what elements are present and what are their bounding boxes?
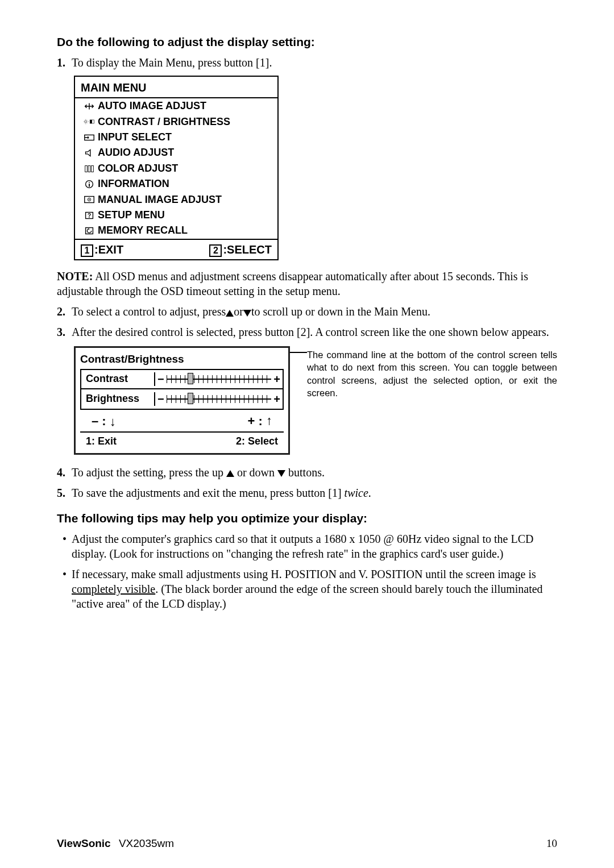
cb-select: 2: Select	[236, 435, 278, 448]
svg-point-0	[85, 121, 87, 123]
osd-item-contrast-brightness: CONTRAST / BRIGHTNESS	[75, 114, 277, 130]
step-5: 5. To save the adjustments and exit the …	[57, 485, 557, 500]
manual-image-icon	[81, 194, 98, 205]
svg-point-8	[89, 182, 90, 183]
step-number: 5.	[57, 485, 72, 500]
text: or	[234, 305, 243, 318]
plus-icon: +	[273, 372, 280, 387]
note-paragraph: NOTE: All OSD menus and adjustment scree…	[57, 269, 557, 298]
step-2: 2. To select a control to adjust, presso…	[57, 304, 557, 319]
text: To adjust the setting, press the up	[72, 466, 226, 479]
step-3: 3. After the desired control is selected…	[57, 325, 557, 339]
text: .	[368, 487, 371, 499]
note-body: All OSD menus and adjustment screens dis…	[57, 270, 528, 297]
key-1-icon: 1	[81, 244, 93, 257]
osd-item-label: AUDIO ADJUST	[98, 146, 174, 159]
osd-item-label: INFORMATION	[98, 177, 169, 190]
key-2-icon: 2	[209, 244, 222, 257]
cb-heading: Contrast/Brightness	[80, 352, 284, 367]
triangle-up-icon	[226, 310, 234, 317]
cb-controls: – : ↓ + : ↑	[80, 410, 284, 430]
osd-select-label: :SELECT	[223, 243, 272, 256]
audio-icon	[81, 148, 98, 158]
contrast-brightness-panel: Contrast/Brightness Contrast − + Brightn…	[74, 346, 290, 455]
plus-icon: +	[273, 392, 280, 406]
text: If necessary, make small adjustments usi…	[72, 568, 536, 580]
slider-thumb	[188, 393, 193, 404]
osd-item-label: AUTO IMAGE ADJUST	[98, 99, 206, 113]
text: To save the adjustments and exit the men…	[72, 487, 345, 499]
svg-rect-6	[92, 165, 94, 172]
slider-track	[167, 395, 272, 403]
footer-brand: ViewSonic	[57, 837, 111, 849]
step-text: To select a control to adjust, pressorto…	[72, 304, 557, 319]
contrast-row: Contrast − +	[81, 370, 283, 389]
minus-icon: −	[157, 392, 164, 406]
cb-inner: Contrast − + Brightness − +	[80, 369, 284, 410]
footer-model: VX2035wm	[119, 837, 174, 849]
step-1: 1. To display the Main Menu, press butto…	[57, 55, 557, 70]
osd-item-auto-image: AUTO IMAGE ADJUST	[75, 98, 277, 114]
brightness-label: Brightness	[81, 392, 155, 405]
auto-image-icon	[81, 101, 98, 111]
osd-item-input-select: INPUT SELECT	[75, 130, 277, 145]
osd-item-manual-image: MANUAL IMAGE ADJUST	[75, 192, 277, 207]
color-icon	[81, 164, 98, 174]
callout-leader-line	[290, 352, 307, 353]
heading-adjust: Do the following to adjust the display s…	[57, 34, 557, 49]
brightness-slider: − +	[155, 392, 283, 406]
slider-thumb	[188, 373, 193, 384]
bullet: •	[63, 567, 72, 611]
osd-item-color-adjust: COLOR ADJUST	[75, 161, 277, 176]
bullet: •	[63, 531, 72, 561]
osd-item-label: MEMORY RECALL	[98, 224, 188, 237]
osd-item-setup-menu: ? SETUP MENU	[75, 207, 277, 223]
cb-exit: 1: Exit	[86, 435, 117, 448]
step-text: To adjust the setting, press the up or d…	[72, 465, 557, 480]
note-lead: NOTE:	[57, 270, 93, 283]
callout-body: The command line at the bottom of the co…	[307, 350, 557, 398]
svg-text:?: ?	[88, 212, 91, 218]
step-number: 4.	[57, 465, 72, 480]
decrease-hint: – : ↓	[92, 413, 116, 430]
cb-footer: 1: Exit 2: Select	[80, 433, 284, 448]
minus-icon: −	[157, 372, 164, 387]
callout-text: The command line at the bottom of the co…	[307, 346, 557, 399]
osd-item-memory-recall: MEMORY RECALL	[75, 223, 277, 238]
tip-1: • Adjust the computer's graphics card so…	[57, 531, 557, 561]
tip-2: • If necessary, make small adjustments u…	[57, 567, 557, 611]
text-italic: twice	[345, 487, 368, 499]
triangle-up-icon	[226, 470, 234, 477]
svg-rect-9	[89, 184, 90, 187]
osd-exit: 1:EXIT	[81, 242, 123, 257]
brightness-row: Brightness − +	[81, 389, 283, 409]
osd-item-label: COLOR ADJUST	[98, 162, 178, 175]
svg-rect-2	[90, 120, 92, 123]
osd-item-label: INPUT SELECT	[98, 131, 172, 144]
text: or down	[234, 466, 277, 479]
osd-item-information: INFORMATION	[75, 176, 277, 192]
contrast-slider: − +	[155, 372, 283, 387]
osd-select: 2:SELECT	[209, 242, 272, 257]
triangle-down-icon	[277, 470, 285, 477]
increase-hint: + : ↑	[248, 413, 272, 430]
text-underline: completely visible	[72, 583, 155, 595]
step-number: 2.	[57, 304, 72, 319]
text: + :	[248, 414, 263, 428]
page-number: 10	[546, 837, 557, 851]
svg-point-12	[89, 199, 90, 200]
setup-icon: ?	[81, 210, 98, 221]
osd-footer: 1:EXIT 2:SELECT	[75, 239, 277, 259]
arrow-up-icon: ↑	[266, 413, 272, 429]
step-number: 1.	[57, 55, 72, 70]
step-text: After the desired control is selected, p…	[72, 325, 557, 339]
svg-rect-4	[85, 165, 88, 172]
slider-track	[167, 375, 272, 383]
text: To select a control to adjust, press	[72, 305, 226, 318]
heading-tips: The following tips may help you optimize…	[57, 510, 557, 526]
osd-item-label: MANUAL IMAGE ADJUST	[98, 193, 222, 206]
main-menu-osd: MAIN MENU AUTO IMAGE ADJUST CONTRAST / B…	[74, 76, 279, 260]
step-4: 4. To adjust the setting, press the up o…	[57, 465, 557, 480]
text: – :	[92, 414, 106, 428]
osd-title: MAIN MENU	[75, 77, 277, 97]
